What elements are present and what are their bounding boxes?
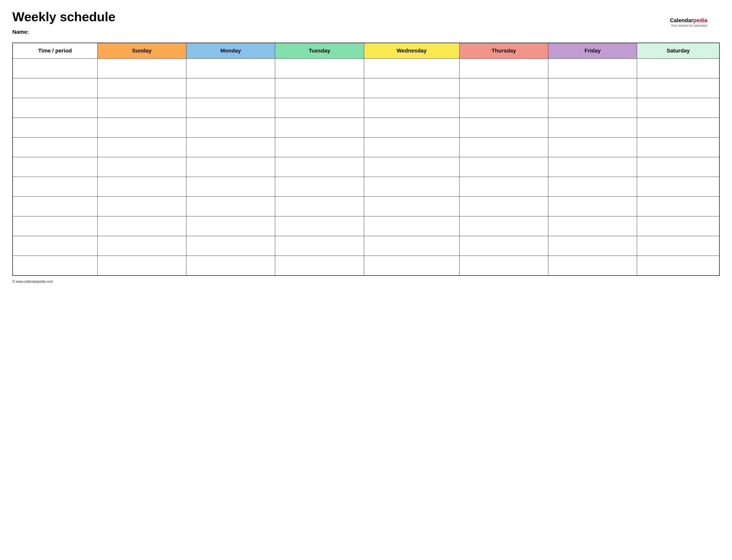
schedule-cell[interactable] bbox=[459, 197, 548, 216]
schedule-cell[interactable] bbox=[275, 177, 364, 197]
schedule-cell[interactable] bbox=[637, 78, 719, 98]
schedule-cell[interactable] bbox=[637, 59, 719, 78]
schedule-cell[interactable] bbox=[186, 138, 275, 157]
schedule-cell[interactable] bbox=[548, 98, 637, 118]
schedule-cell[interactable] bbox=[459, 216, 548, 236]
schedule-cell[interactable] bbox=[186, 98, 275, 118]
schedule-cell[interactable] bbox=[186, 256, 275, 276]
table-row bbox=[13, 197, 719, 216]
schedule-cell[interactable] bbox=[13, 177, 97, 197]
schedule-cell[interactable] bbox=[97, 138, 186, 157]
schedule-cell[interactable] bbox=[13, 236, 97, 256]
schedule-cell[interactable] bbox=[97, 256, 186, 276]
schedule-cell[interactable] bbox=[459, 118, 548, 138]
schedule-cell[interactable] bbox=[548, 78, 637, 98]
schedule-cell[interactable] bbox=[97, 157, 186, 177]
schedule-cell[interactable] bbox=[637, 138, 719, 157]
schedule-cell[interactable] bbox=[364, 216, 459, 236]
schedule-cell[interactable] bbox=[186, 177, 275, 197]
schedule-cell[interactable] bbox=[275, 118, 364, 138]
schedule-cell[interactable] bbox=[364, 256, 459, 276]
schedule-cell[interactable] bbox=[459, 78, 548, 98]
schedule-cell[interactable] bbox=[548, 118, 637, 138]
schedule-cell[interactable] bbox=[275, 236, 364, 256]
header-friday: Friday bbox=[548, 43, 637, 59]
schedule-cell[interactable] bbox=[637, 197, 719, 216]
schedule-cell[interactable] bbox=[637, 157, 719, 177]
schedule-cell[interactable] bbox=[275, 197, 364, 216]
schedule-cell[interactable] bbox=[13, 118, 97, 138]
schedule-cell[interactable] bbox=[548, 59, 637, 78]
schedule-cell[interactable] bbox=[97, 118, 186, 138]
schedule-cell[interactable] bbox=[186, 157, 275, 177]
schedule-cell[interactable] bbox=[186, 216, 275, 236]
schedule-cell[interactable] bbox=[459, 98, 548, 118]
schedule-cell[interactable] bbox=[548, 197, 637, 216]
schedule-cell[interactable] bbox=[637, 216, 719, 236]
schedule-cell[interactable] bbox=[275, 78, 364, 98]
schedule-cell[interactable] bbox=[637, 118, 719, 138]
schedule-cell[interactable] bbox=[186, 236, 275, 256]
header-time-period: Time / period bbox=[13, 43, 97, 59]
logo-tagline: Your source for calendars bbox=[670, 24, 707, 27]
schedule-cell[interactable] bbox=[186, 59, 275, 78]
schedule-cell[interactable] bbox=[186, 78, 275, 98]
logo-brand-part1: Calendar bbox=[670, 17, 693, 23]
schedule-cell[interactable] bbox=[13, 157, 97, 177]
schedule-cell[interactable] bbox=[459, 177, 548, 197]
schedule-cell[interactable] bbox=[275, 59, 364, 78]
schedule-cell[interactable] bbox=[97, 236, 186, 256]
header-saturday: Saturday bbox=[637, 43, 719, 59]
schedule-cell[interactable] bbox=[548, 157, 637, 177]
table-row bbox=[13, 216, 719, 236]
table-row bbox=[13, 78, 719, 98]
schedule-cell[interactable] bbox=[275, 216, 364, 236]
footer: © www.calendarpedia.com bbox=[12, 280, 720, 283]
schedule-cell[interactable] bbox=[637, 236, 719, 256]
schedule-cell[interactable] bbox=[364, 98, 459, 118]
schedule-cell[interactable] bbox=[97, 197, 186, 216]
schedule-cell[interactable] bbox=[637, 177, 719, 197]
table-row bbox=[13, 118, 719, 138]
schedule-cell[interactable] bbox=[637, 98, 719, 118]
schedule-cell[interactable] bbox=[13, 256, 97, 276]
schedule-cell[interactable] bbox=[13, 216, 97, 236]
schedule-cell[interactable] bbox=[186, 197, 275, 216]
table-row bbox=[13, 256, 719, 276]
schedule-cell[interactable] bbox=[13, 98, 97, 118]
schedule-cell[interactable] bbox=[13, 59, 97, 78]
schedule-cell[interactable] bbox=[548, 236, 637, 256]
schedule-cell[interactable] bbox=[364, 138, 459, 157]
schedule-cell[interactable] bbox=[364, 78, 459, 98]
schedule-cell[interactable] bbox=[13, 78, 97, 98]
schedule-cell[interactable] bbox=[275, 98, 364, 118]
schedule-cell[interactable] bbox=[548, 177, 637, 197]
schedule-cell[interactable] bbox=[459, 236, 548, 256]
schedule-cell[interactable] bbox=[364, 59, 459, 78]
schedule-cell[interactable] bbox=[364, 177, 459, 197]
schedule-cell[interactable] bbox=[97, 177, 186, 197]
schedule-cell[interactable] bbox=[275, 138, 364, 157]
schedule-cell[interactable] bbox=[548, 256, 637, 276]
schedule-cell[interactable] bbox=[364, 197, 459, 216]
schedule-cell[interactable] bbox=[13, 138, 97, 157]
schedule-cell[interactable] bbox=[459, 138, 548, 157]
schedule-cell[interactable] bbox=[97, 78, 186, 98]
schedule-cell[interactable] bbox=[275, 157, 364, 177]
schedule-cell[interactable] bbox=[364, 118, 459, 138]
schedule-cell[interactable] bbox=[275, 256, 364, 276]
logo-brand-part2: pedia bbox=[693, 17, 707, 23]
schedule-cell[interactable] bbox=[364, 157, 459, 177]
schedule-cell[interactable] bbox=[364, 236, 459, 256]
schedule-cell[interactable] bbox=[97, 216, 186, 236]
schedule-cell[interactable] bbox=[97, 98, 186, 118]
schedule-cell[interactable] bbox=[548, 138, 637, 157]
schedule-cell[interactable] bbox=[13, 197, 97, 216]
schedule-cell[interactable] bbox=[637, 256, 719, 276]
schedule-cell[interactable] bbox=[459, 59, 548, 78]
schedule-cell[interactable] bbox=[97, 59, 186, 78]
schedule-cell[interactable] bbox=[186, 118, 275, 138]
schedule-cell[interactable] bbox=[459, 256, 548, 276]
schedule-cell[interactable] bbox=[459, 157, 548, 177]
schedule-cell[interactable] bbox=[548, 216, 637, 236]
